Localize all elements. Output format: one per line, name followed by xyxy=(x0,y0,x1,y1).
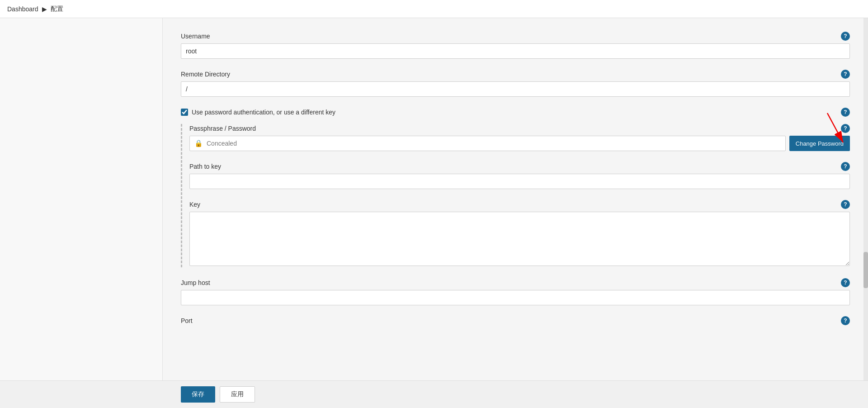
port-label: Port xyxy=(181,317,193,324)
breadcrumb-arrow-icon: ▶ xyxy=(42,5,47,13)
username-label: Username xyxy=(181,33,210,40)
jump-host-input[interactable] xyxy=(181,290,850,305)
passphrase-label: Passphrase / Password xyxy=(189,125,256,132)
remote-directory-label: Remote Directory xyxy=(181,71,230,78)
breadcrumb-current: 配置 xyxy=(51,5,63,13)
breadcrumb-bar: Dashboard ▶ 配置 xyxy=(0,0,868,18)
indented-section: Passphrase / Password ? 🔒 Concealed Chan… xyxy=(181,124,850,267)
save-button[interactable]: 保存 xyxy=(181,386,215,403)
lock-icon: 🔒 xyxy=(194,139,203,147)
remote-directory-help-icon[interactable]: ? xyxy=(841,70,850,79)
path-to-key-group: Path to key ? xyxy=(189,162,850,189)
path-to-key-label: Path to key xyxy=(189,163,221,170)
sidebar xyxy=(0,18,163,408)
key-help-icon[interactable]: ? xyxy=(841,200,850,209)
bottom-action-bar: 保存 应用 xyxy=(0,380,868,408)
apply-button[interactable]: 应用 xyxy=(220,386,255,403)
content-area: Username ? Remote Directory ? Use passwo… xyxy=(163,18,868,408)
passphrase-input-wrapper: 🔒 Concealed xyxy=(189,136,786,151)
passphrase-help-icon[interactable]: ? xyxy=(841,124,850,133)
concealed-text: Concealed xyxy=(207,140,781,147)
password-auth-row: Use password authentication, or use a di… xyxy=(181,108,850,117)
username-input[interactable] xyxy=(181,43,850,59)
breadcrumb-home[interactable]: Dashboard xyxy=(7,5,38,13)
scrollbar-thumb[interactable] xyxy=(863,252,868,288)
key-label: Key xyxy=(189,201,200,208)
jump-host-help-icon[interactable]: ? xyxy=(841,278,850,287)
password-auth-label: Use password authentication, or use a di… xyxy=(192,109,335,116)
key-textarea[interactable] xyxy=(189,212,850,266)
path-to-key-help-icon[interactable]: ? xyxy=(841,162,850,171)
change-password-button[interactable]: Change Password xyxy=(789,136,850,151)
passphrase-group: Passphrase / Password ? 🔒 Concealed Chan… xyxy=(189,124,850,151)
port-group: Port ? xyxy=(181,316,850,325)
path-to-key-input[interactable] xyxy=(189,174,850,189)
jump-host-label: Jump host xyxy=(181,279,210,286)
key-group: Key ? xyxy=(189,200,850,267)
password-auth-help-icon[interactable]: ? xyxy=(841,108,850,117)
remote-directory-group: Remote Directory ? xyxy=(181,70,850,97)
username-group: Username ? xyxy=(181,32,850,59)
password-auth-checkbox[interactable] xyxy=(181,109,188,116)
jump-host-group: Jump host ? xyxy=(181,278,850,305)
port-help-icon[interactable]: ? xyxy=(841,316,850,325)
username-help-icon[interactable]: ? xyxy=(841,32,850,41)
remote-directory-input[interactable] xyxy=(181,81,850,97)
scrollbar[interactable] xyxy=(863,18,868,408)
